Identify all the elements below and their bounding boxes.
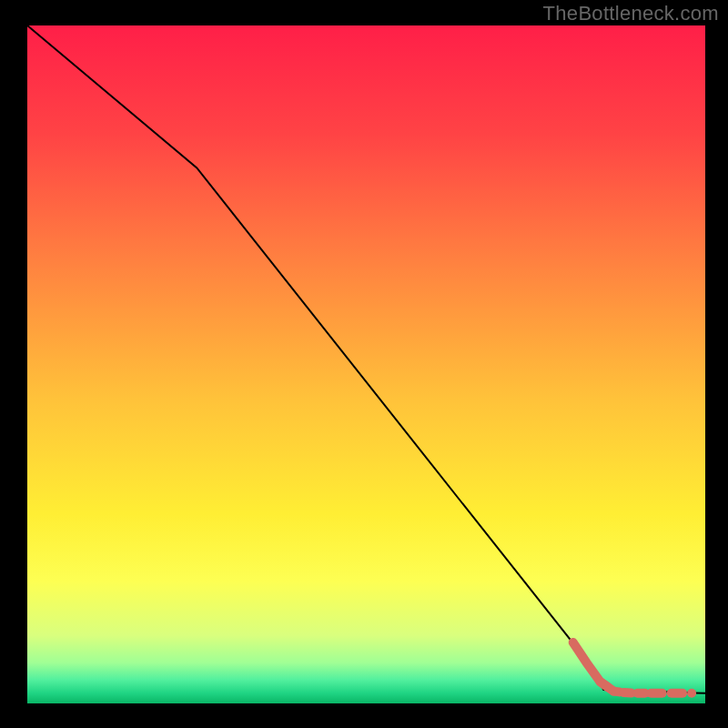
plot-area (27, 25, 705, 703)
chart-svg (27, 25, 705, 703)
svg-line-1 (613, 692, 619, 693)
watermark-text: TheBottleneck.com (543, 2, 719, 25)
svg-point-6 (687, 689, 696, 698)
svg-line-0 (601, 682, 608, 687)
gradient-background (27, 25, 705, 703)
chart-stage: TheBottleneck.com (0, 0, 728, 728)
